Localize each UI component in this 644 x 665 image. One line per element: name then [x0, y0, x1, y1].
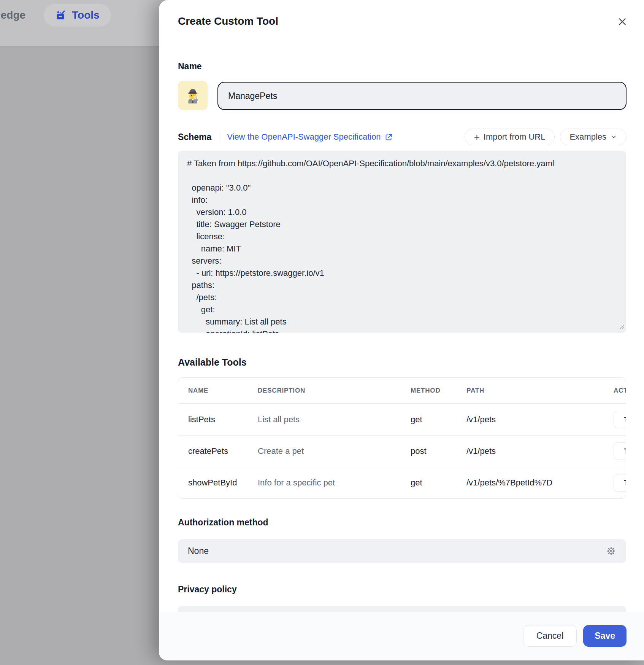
tool-method: get	[411, 478, 466, 488]
schema-textarea[interactable]: # Taken from https://github.com/OAI/Open…	[178, 151, 626, 333]
available-tools-table: NAME DESCRIPTION METHOD PATH ACTIONS lis…	[178, 377, 626, 499]
tool-path: /v1/pets	[466, 446, 614, 456]
privacy-policy-heading: Privacy policy	[178, 584, 237, 595]
authorization-method-select[interactable]: None	[178, 539, 626, 563]
tool-path: /v1/pets/%7BpetId%7D	[466, 478, 614, 488]
modal-title: Create Custom Tool	[178, 15, 278, 27]
detective-emoji-icon	[184, 87, 201, 104]
tools-box-sparkle-icon	[55, 10, 67, 21]
tool-method: post	[411, 446, 466, 456]
column-path: PATH	[466, 387, 614, 395]
available-tools-heading: Available Tools	[178, 357, 247, 368]
test-button[interactable]: Test	[614, 474, 626, 492]
tool-name: showPetById	[188, 478, 258, 488]
save-button[interactable]: Save	[583, 625, 627, 647]
create-custom-tool-modal: Create Custom Tool Name Sche	[159, 0, 644, 660]
column-actions: ACTIONS	[614, 387, 626, 395]
vertical-divider	[219, 132, 219, 142]
import-from-url-label: Import from URL	[484, 132, 546, 142]
schema-yaml-content: # Taken from https://github.com/OAI/Open…	[178, 151, 626, 333]
openapi-spec-link-label: View the OpenAPI-Swagger Specification	[227, 132, 381, 142]
table-row: listPets List all pets get /v1/pets Test	[178, 404, 626, 435]
tool-emoji-button[interactable]	[178, 81, 208, 110]
external-link-icon	[385, 133, 393, 141]
tab-knowledge[interactable]: ledge	[0, 9, 25, 21]
schema-label: Schema	[178, 132, 211, 142]
tool-method: get	[411, 415, 466, 425]
table-row: showPetById Info for a specific pet get …	[178, 467, 626, 498]
gear-icon[interactable]	[606, 546, 616, 556]
plus-icon: +	[474, 132, 480, 142]
tool-name-input[interactable]	[217, 82, 627, 110]
tool-name: listPets	[188, 415, 258, 425]
column-method: METHOD	[411, 387, 466, 395]
tool-description: List all pets	[258, 415, 411, 425]
tool-path: /v1/pets	[466, 415, 614, 425]
tab-tools-label: Tools	[72, 9, 100, 21]
tab-tools[interactable]: Tools	[44, 4, 111, 27]
openapi-spec-link[interactable]: View the OpenAPI-Swagger Specification	[227, 132, 392, 142]
chevron-down-icon	[610, 134, 617, 140]
test-button[interactable]: Test	[614, 411, 626, 428]
table-header-row: NAME DESCRIPTION METHOD PATH ACTIONS	[178, 378, 626, 404]
close-icon[interactable]	[617, 16, 628, 27]
tool-description: Create a pet	[258, 446, 411, 456]
column-name: NAME	[188, 387, 258, 395]
authorization-method-value: None	[188, 546, 209, 556]
examples-label: Examples	[569, 132, 606, 142]
test-button[interactable]: Test	[614, 442, 626, 460]
table-row: createPets Create a pet post /v1/pets Te…	[178, 435, 626, 467]
column-description: DESCRIPTION	[258, 387, 411, 395]
tool-description: Info for a specific pet	[258, 478, 411, 488]
name-label: Name	[178, 61, 202, 72]
import-from-url-button[interactable]: + Import from URL	[465, 129, 555, 145]
tool-name: createPets	[188, 446, 258, 456]
resize-handle-icon[interactable]	[619, 324, 624, 331]
cancel-button[interactable]: Cancel	[523, 625, 577, 647]
authorization-method-heading: Authorization method	[178, 517, 268, 528]
examples-dropdown-button[interactable]: Examples	[560, 129, 627, 145]
modal-footer: Cancel Save	[159, 612, 644, 660]
